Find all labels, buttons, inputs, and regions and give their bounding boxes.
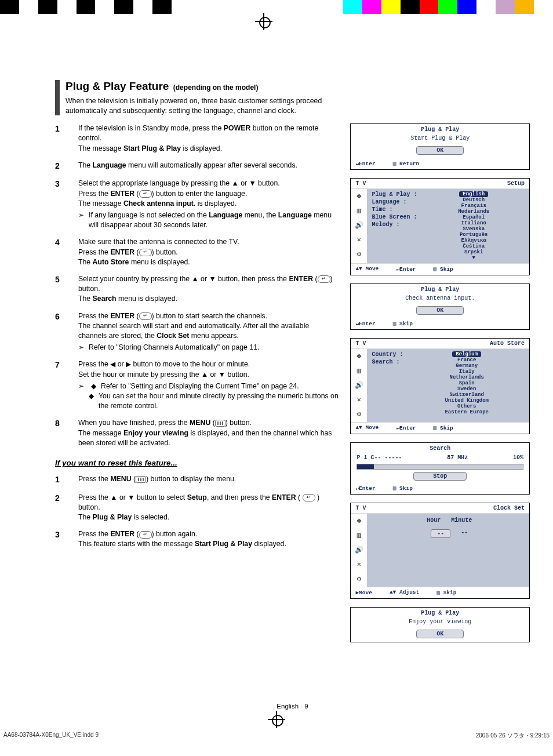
print-footer: AA68-03784A-X0Eng_UK_VE.indd 9 2006-05-2… (0, 728, 553, 742)
step-item: 4Make sure that the antenna is connected… (55, 237, 339, 267)
menu-value[interactable]: Germany (406, 363, 527, 369)
ok-button[interactable]: OK (416, 306, 464, 315)
menu-value-selected[interactable]: Belgium (452, 351, 481, 357)
step-body: Press the MENU () button to display the … (78, 474, 339, 486)
step-item: 3Select the appropriate language by pres… (55, 179, 339, 230)
footer-skip: ▥ Skip (393, 320, 413, 327)
hdr-tv: T V (355, 180, 366, 187)
page-footer: English - 9 (55, 703, 530, 710)
menu-value[interactable]: Nederlands (420, 209, 527, 215)
picture-icon: ▥ (357, 206, 361, 215)
menu-value[interactable]: Svenska (420, 226, 527, 232)
search-pct: 10% (513, 455, 523, 461)
footer-skip: ▥ Skip (434, 266, 453, 272)
channel-icon: ✕ (357, 395, 361, 404)
menu-value[interactable]: Español (420, 215, 527, 220)
menu-value[interactable]: United Kingdom (406, 398, 527, 404)
menu-value[interactable]: ▼ (420, 255, 527, 261)
section-title: Plug & Play Feature (depending on the mo… (55, 80, 530, 115)
step-body: Press the ENTER () button again.This fea… (78, 529, 339, 549)
reset-heading: If you want to reset this feature... (55, 459, 339, 467)
menu-value[interactable]: France (406, 357, 527, 363)
menu-value[interactable]: Netherlands (406, 375, 527, 380)
menu-value[interactable]: Čeština (420, 243, 527, 249)
sub-item: ➢If any language is not selected on the … (78, 210, 339, 230)
hdr-right: Clock Set (493, 505, 525, 511)
osd-setup: T VSetup ⎆ ▥ 🔊 ✕ ⚙ Plug & Play :Language… (350, 178, 530, 275)
hdr-right: Setup (507, 180, 525, 187)
hdr-tv: T V (355, 505, 366, 511)
footer-enter: ↵Enter (396, 424, 416, 431)
footer-move: ▲▼ Move (355, 424, 379, 431)
menu-value[interactable]: Português (420, 232, 527, 238)
menu-value[interactable]: Ελληνικά (420, 238, 527, 243)
hdr-tv: T V (355, 340, 366, 347)
enter-icon (139, 190, 152, 198)
menu-value[interactable]: Switzerland (406, 392, 527, 398)
input-icon: ⎆ (357, 352, 361, 361)
osd-subtitle: Check antenna input. (351, 294, 529, 305)
step-item: 5Select your country by pressing the ▲ o… (55, 274, 339, 304)
sub-item: ◆You can set the hour and minute directl… (78, 391, 339, 411)
osd-footer: ↵Enter ▥ Return (351, 158, 529, 169)
ok-button[interactable]: OK (416, 146, 464, 155)
setup-icon: ⚙ (357, 250, 361, 259)
setup-icon: ⚙ (357, 575, 361, 583)
osd-check-antenna: Plug & Play Check antenna input. OK ↵Ent… (350, 284, 530, 330)
menu-label: Language : (372, 199, 417, 205)
menu-value[interactable]: Français (420, 203, 527, 209)
step-number: 2 (55, 161, 78, 172)
title-main: Plug & Play Feature (66, 80, 169, 92)
menu-value[interactable]: Deutsch (420, 197, 527, 203)
search-channel: P 1 C-- ----- (356, 455, 402, 461)
step-item: 6Press the ENTER () button to start sear… (55, 311, 339, 353)
step-item: 2The Language menu will automatically ap… (55, 161, 339, 172)
sound-icon: 🔊 (355, 221, 363, 230)
menu-label: Search : (372, 359, 403, 365)
input-icon: ⎆ (357, 517, 361, 525)
menu-value[interactable]: Eastern Europe (406, 409, 527, 415)
step-item: 8When you have finished, press the MENU … (55, 418, 339, 448)
menu-label: Blue Screen : (372, 214, 417, 220)
footer-return: ▥ Return (393, 160, 420, 167)
footer-enter: ↵Enter (355, 485, 375, 492)
menu-value-selected[interactable]: English (459, 191, 488, 197)
step-number: 2 (55, 493, 78, 523)
osd-clock-set: T VClock Set ⎆ ▥ 🔊 ✕ ⚙ Hour Minute (350, 503, 530, 599)
step-body: Select your country by pressing the ▲ or… (78, 274, 339, 304)
step-number: 6 (55, 311, 78, 353)
setup-icon: ⚙ (357, 410, 361, 419)
menu-value[interactable]: Spain (406, 380, 527, 386)
hdr-right: Auto Store (490, 340, 525, 347)
intro-text: When the television is initially powered… (66, 96, 350, 115)
footer-skip: ▥ Skip (434, 424, 453, 431)
osd-subtitle: Enjoy your viewing (351, 617, 529, 628)
menu-value[interactable]: Sweden (406, 386, 527, 392)
step-item: 3Press the ENTER () button again.This fe… (55, 529, 339, 549)
footer-enter: ↵Enter (396, 266, 416, 272)
osd-subtitle: Start Plug & Play (351, 134, 529, 145)
step-body: Press the ◀ or ▶ button to move to the h… (78, 359, 339, 411)
hour-value[interactable]: -- (431, 529, 450, 538)
osd-title: Plug & Play (351, 284, 529, 294)
minute-value[interactable]: -- (461, 529, 468, 538)
menu-value[interactable]: Italy (406, 369, 527, 375)
enter-icon (139, 312, 152, 320)
menu-value[interactable]: Others (406, 404, 527, 409)
step-item: 2Press the ▲ or ▼ button to select Setup… (55, 493, 339, 523)
step-item: 1Press the MENU () button to display the… (55, 474, 339, 486)
menu-value[interactable]: Srpski (420, 249, 527, 255)
osd-start: Plug & Play Start Plug & Play OK ↵Enter … (350, 123, 530, 170)
menu-value[interactable]: Italiano (420, 220, 527, 226)
ok-button[interactable]: OK (416, 630, 464, 638)
step-number: 5 (55, 274, 78, 304)
stop-button[interactable]: Stop (413, 472, 467, 481)
print-foot-right: 2006-05-26 ソラタ・9:29:15 (476, 732, 550, 740)
footer-skip: ▥ Skip (393, 485, 413, 492)
input-icon: ⎆ (357, 192, 361, 201)
registration-mark-bottom (268, 711, 285, 728)
enter-icon (139, 249, 152, 256)
footer-move: ▶Move (355, 589, 372, 596)
footer-move: ▲▼ Move (355, 266, 379, 272)
picture-icon: ▥ (357, 531, 361, 540)
